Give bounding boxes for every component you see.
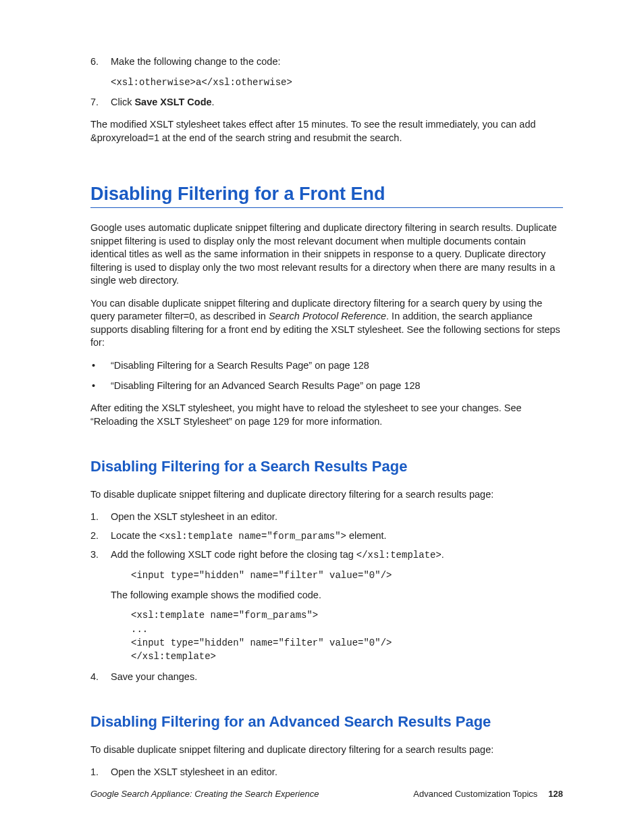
page-content: 6. Make the following change to the code… <box>0 0 644 779</box>
list-number: 7. <box>90 96 111 109</box>
list-body: Open the XSLT stylesheet in an editor. <box>111 511 563 524</box>
paragraph: After editing the XSLT stylesheet, you m… <box>90 402 563 428</box>
heading-2: Disabling Filtering for a Search Results… <box>90 458 563 475</box>
paragraph: You can disable duplicate snippet filter… <box>90 297 563 350</box>
italic-text: Search Protocol Reference <box>269 311 386 321</box>
list-item: 3. Add the following XSLT code right bef… <box>90 548 563 562</box>
list-number: 4. <box>90 671 111 684</box>
bullet-item: • “Disabling Filtering for a Search Resu… <box>90 359 563 373</box>
heading-1: Disabling Filtering for a Front End <box>90 183 563 205</box>
text: Locate the <box>111 530 159 541</box>
bold-text: Save XSLT Code <box>134 97 211 107</box>
list-body: Open the XSLT stylesheet in an editor. <box>111 766 563 779</box>
text: . <box>212 97 215 107</box>
bullet-text: “Disabling Filtering for an Advanced Sea… <box>111 380 421 393</box>
list-body: Click Save XSLT Code. <box>111 96 563 109</box>
code-block: <xsl:otherwise>a</xsl:otherwise> <box>111 76 563 89</box>
page-number: 128 <box>548 789 563 799</box>
list-number: 1. <box>90 511 111 524</box>
code-block: <xsl:template name="form_params"> ... <i… <box>131 608 563 663</box>
list-number: 6. <box>90 55 111 69</box>
code-block: <input type="hidden" name="filter" value… <box>131 569 563 582</box>
list-item: 1. Open the XSLT stylesheet in an editor… <box>90 511 563 524</box>
text: Add the following XSLT code right before… <box>111 549 356 560</box>
list-number: 1. <box>90 766 111 779</box>
bullet-item: • “Disabling Filtering for an Advanced S… <box>90 380 563 393</box>
text: element. <box>346 530 387 541</box>
paragraph: The modified XSLT stylesheet takes effec… <box>90 118 563 145</box>
list-item: 6. Make the following change to the code… <box>90 55 563 69</box>
list-body: Save your changes. <box>111 671 563 684</box>
page-footer: Google Search Appliance: Creating the Se… <box>90 789 563 799</box>
heading-2: Disabling Filtering for an Advanced Sear… <box>90 713 563 731</box>
list-item: 2. Locate the <xsl:template name="form_p… <box>90 529 563 543</box>
list-body: Add the following XSLT code right before… <box>111 548 563 562</box>
code-inline: <xsl:template name="form_params"> <box>159 531 346 542</box>
bullet-list: • “Disabling Filtering for a Search Resu… <box>90 359 563 392</box>
list-number: 2. <box>90 529 111 543</box>
bullet-mark: • <box>90 359 111 373</box>
footer-section: Advanced Customization Topics <box>413 789 537 799</box>
paragraph: To disable duplicate snippet filtering a… <box>90 744 563 757</box>
bullet-mark: • <box>90 380 111 393</box>
list-item: 4. Save your changes. <box>90 671 563 684</box>
footer-right: Advanced Customization Topics128 <box>413 789 563 799</box>
footer-left: Google Search Appliance: Creating the Se… <box>90 789 319 799</box>
bullet-text: “Disabling Filtering for a Search Result… <box>111 359 369 373</box>
text: . <box>441 549 444 560</box>
paragraph: Google uses automatic duplicate snippet … <box>90 221 563 288</box>
code-inline: </xsl:template> <box>356 550 441 561</box>
list-body: Locate the <xsl:template name="form_para… <box>111 529 563 543</box>
section-rule <box>90 207 563 208</box>
list-body: Make the following change to the code: <box>111 55 563 69</box>
list-item: 7. Click Save XSLT Code. <box>90 96 563 109</box>
paragraph: To disable duplicate snippet filtering a… <box>90 488 563 502</box>
text: Click <box>111 97 134 107</box>
list-item: 1. Open the XSLT stylesheet in an editor… <box>90 766 563 779</box>
sub-paragraph: The following example shows the modified… <box>111 589 563 602</box>
list-number: 3. <box>90 548 111 562</box>
